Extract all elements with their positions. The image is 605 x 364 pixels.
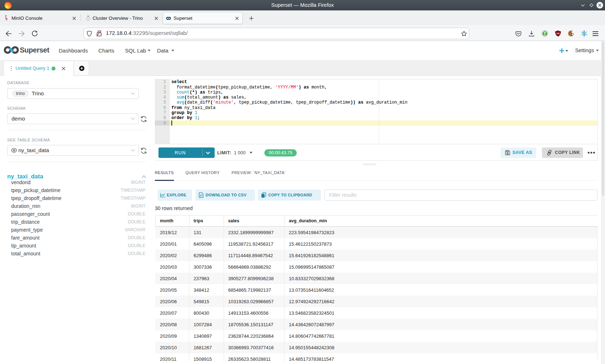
svg-text:UO: UO: [556, 32, 560, 35]
